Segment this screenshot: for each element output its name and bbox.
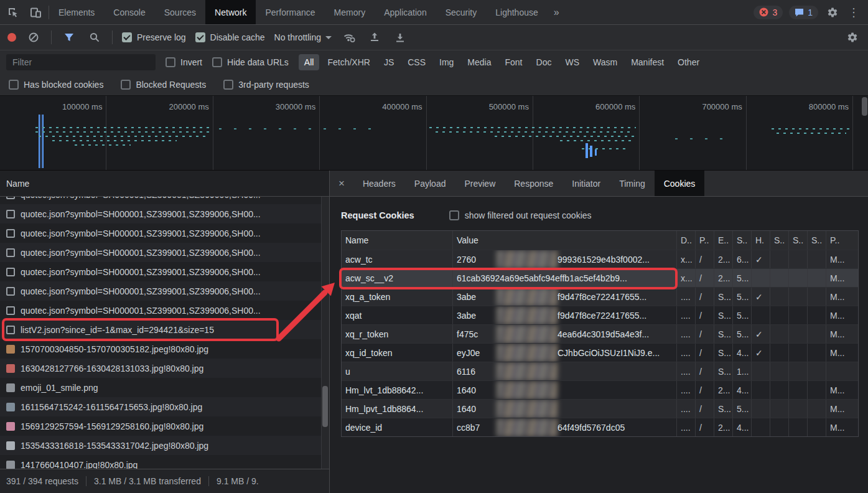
hide-data-urls-checkbox[interactable]	[212, 57, 222, 67]
col-path[interactable]: P..	[696, 231, 714, 250]
cookie-value[interactable]: 3abe f9d47f8ce722417655...	[453, 288, 677, 306]
filter-type-ws[interactable]: WS	[559, 54, 585, 70]
cookie-row-acw_tc[interactable]: acw_tc 2760 999361529e4b3f0002... x... /…	[342, 250, 858, 268]
request-row[interactable]: quotec.json?symbol=SH000001,SZ399001,SZ3…	[0, 223, 329, 243]
clear-button[interactable]	[26, 29, 42, 45]
more-panels-button[interactable]: »	[548, 0, 566, 24]
cookie-row-xq_r_token[interactable]: xq_r_token f475c 4ea6d4c3019d5a4e3f... .…	[342, 324, 858, 343]
request-row[interactable]: quotec.json?symbol=SH000001,SZ399001,SZ3…	[0, 301, 329, 320]
cookie-value[interactable]: 1640	[453, 400, 677, 418]
has-blocked-cookies-toggle[interactable]: Has blocked cookies	[9, 80, 103, 90]
tab-cookies[interactable]: Cookies	[655, 171, 705, 196]
request-row[interactable]: 1535433316818-1535433317042.jpeg!80x80.j…	[0, 436, 329, 455]
cookie-value[interactable]: 2760 999361529e4b3f0002...	[453, 250, 677, 268]
filter-funnel-icon[interactable]	[61, 29, 77, 45]
col-httponly[interactable]: H.	[752, 231, 770, 250]
tab-network[interactable]: Network	[205, 0, 256, 24]
col-name[interactable]: Name	[342, 231, 453, 250]
network-overview-timeline[interactable]: 100000 ms 200000 ms 300000 ms 400000 ms …	[0, 96, 868, 171]
col-domain[interactable]: D..	[677, 231, 696, 250]
cookie-row-xq_id_token[interactable]: xq_id_token eyJ0e CJhbGciOiJSUzI1NiJ9.e.…	[342, 343, 858, 362]
name-column-header[interactable]: Name	[0, 171, 329, 197]
close-icon[interactable]: ×	[330, 171, 353, 196]
filter-type-fetch-xhr[interactable]: Fetch/XHR	[322, 54, 375, 70]
error-badge[interactable]: 3	[754, 6, 783, 19]
network-settings-gear-icon[interactable]	[844, 29, 861, 45]
cookie-name[interactable]: device_id	[342, 418, 453, 436]
filter-type-other[interactable]: Other	[672, 54, 705, 70]
tab-response[interactable]: Response	[505, 171, 562, 196]
tab-memory[interactable]: Memory	[325, 0, 375, 24]
timeline-scrollbar-thumb[interactable]	[862, 97, 867, 116]
cookie-row-acw_sc__v2[interactable]: acw_sc__v2 61cab36924a69e5abfc94effb1ac5…	[342, 268, 858, 287]
col-size[interactable]: S..	[733, 231, 752, 250]
hide-data-urls-toggle[interactable]: Hide data URLs	[212, 57, 289, 67]
filter-type-img[interactable]: Img	[434, 54, 459, 70]
inspect-element-button[interactable]	[5, 4, 21, 21]
tab-preview[interactable]: Preview	[455, 171, 505, 196]
cookie-name[interactable]: xq_a_token	[342, 288, 453, 306]
third-party-checkbox[interactable]	[223, 80, 233, 90]
cookie-name[interactable]: xqat	[342, 306, 453, 324]
cookie-row-hm_lvt[interactable]: Hm_lvt_1db88642... 1640 .... / 2... 4...	[342, 380, 858, 399]
cookie-value[interactable]: 3abe f9d47f8ce722417655...	[453, 306, 677, 324]
cookie-name[interactable]: Hm_lpvt_1db8864...	[342, 400, 453, 418]
filter-type-font[interactable]: Font	[500, 54, 528, 70]
cookie-row-u[interactable]: u 6116 .... / S... 1...	[342, 362, 858, 380]
tab-elements[interactable]: Elements	[49, 0, 104, 24]
tab-initiator[interactable]: Initiator	[562, 171, 610, 196]
invert-toggle[interactable]: Invert	[166, 57, 202, 67]
preserve-log-checkbox[interactable]	[122, 32, 132, 42]
export-har-icon[interactable]	[392, 29, 408, 45]
request-row[interactable]: 1630428127766-1630428131033.jpg!80x80.jp…	[0, 359, 329, 378]
col-sameparty[interactable]: S..	[808, 231, 826, 250]
blocked-requests-checkbox[interactable]	[121, 80, 131, 90]
cookie-row-hm_lpvt[interactable]: Hm_lpvt_1db8864... 1640 .... / S... 5...	[342, 399, 858, 418]
request-row[interactable]: quotec.json?symbol=SH000001,SZ399001,SZ3…	[0, 281, 329, 301]
request-row[interactable]: 1569129257594-1569129258160.jpg!80x80.jp…	[0, 416, 329, 436]
settings-gear-icon[interactable]	[824, 4, 841, 21]
request-row[interactable]: 1611564715242-1611564715653.jpg!80x80.jp…	[0, 397, 329, 416]
tab-console[interactable]: Console	[104, 0, 154, 24]
request-row[interactable]: quotec.json?symbol=SH000001,SZ399001,SZ3…	[0, 197, 329, 204]
cookie-row-xqat[interactable]: xqat 3abe f9d47f8ce722417655... .... / S…	[342, 306, 858, 324]
request-row[interactable]: quotec.json?symbol=SH000001,SZ399001,SZ3…	[0, 243, 329, 262]
has-blocked-cookies-checkbox[interactable]	[9, 80, 19, 90]
disable-cache-checkbox[interactable]	[195, 32, 205, 42]
request-row[interactable]: quotec.json?symbol=SH000001,SZ399001,SZ3…	[0, 262, 329, 281]
blocked-requests-toggle[interactable]: Blocked Requests	[121, 80, 206, 90]
tab-sources[interactable]: Sources	[155, 0, 205, 24]
tab-lighthouse[interactable]: Lighthouse	[486, 0, 548, 24]
filter-type-media[interactable]: Media	[462, 54, 497, 70]
invert-checkbox[interactable]	[166, 57, 175, 67]
preserve-log-toggle[interactable]: Preserve log	[122, 32, 186, 42]
cookie-value[interactable]: 61cab36924a69e5abfc94effb1ac5ef4b2b9...	[453, 269, 677, 287]
cookie-row-device_id[interactable]: device_id cc8b7 64f49fd5767dc05 .... / 2…	[342, 418, 858, 436]
issues-badge[interactable]: 1	[789, 6, 818, 19]
show-filtered-cookies-checkbox[interactable]	[449, 210, 459, 220]
device-toolbar-button[interactable]	[27, 4, 44, 21]
cookie-value[interactable]: eyJ0e CJhbGciOiJSUzI1NiJ9.e...	[453, 344, 677, 362]
filter-type-doc[interactable]: Doc	[531, 54, 558, 70]
cookie-name[interactable]: acw_sc__v2	[342, 269, 453, 287]
cookie-value[interactable]: 1640	[453, 381, 677, 399]
import-har-icon[interactable]	[366, 29, 383, 45]
search-icon[interactable]	[86, 29, 103, 45]
tab-security[interactable]: Security	[436, 0, 487, 24]
request-list-scrollbar-thumb[interactable]	[322, 386, 328, 427]
col-expires[interactable]: E..	[714, 231, 733, 250]
cookie-name[interactable]: Hm_lvt_1db88642...	[342, 381, 453, 399]
request-row[interactable]: 1570700304850-1570700305182.jpeg!80x80.j…	[0, 339, 329, 359]
cookie-row-xq_a_token[interactable]: xq_a_token 3abe f9d47f8ce722417655... ..…	[342, 287, 858, 306]
disable-cache-toggle[interactable]: Disable cache	[195, 32, 265, 42]
cookie-value[interactable]: 6116	[453, 362, 677, 380]
filter-type-js[interactable]: JS	[378, 54, 399, 70]
col-samesite[interactable]: S..	[789, 231, 808, 250]
request-row[interactable]: emoji_01_smile.png	[0, 378, 329, 397]
third-party-toggle[interactable]: 3rd-party requests	[223, 80, 309, 90]
throttling-dropdown[interactable]: No throttling	[274, 32, 332, 42]
cookie-value[interactable]: f475c 4ea6d4c3019d5a4e3f...	[453, 325, 677, 343]
request-list-scrollbar[interactable]	[321, 197, 329, 469]
kebab-menu-icon[interactable]: ⋮	[846, 4, 862, 21]
request-row[interactable]: 1417660410407.jpg!80x80.jpg	[0, 455, 329, 469]
